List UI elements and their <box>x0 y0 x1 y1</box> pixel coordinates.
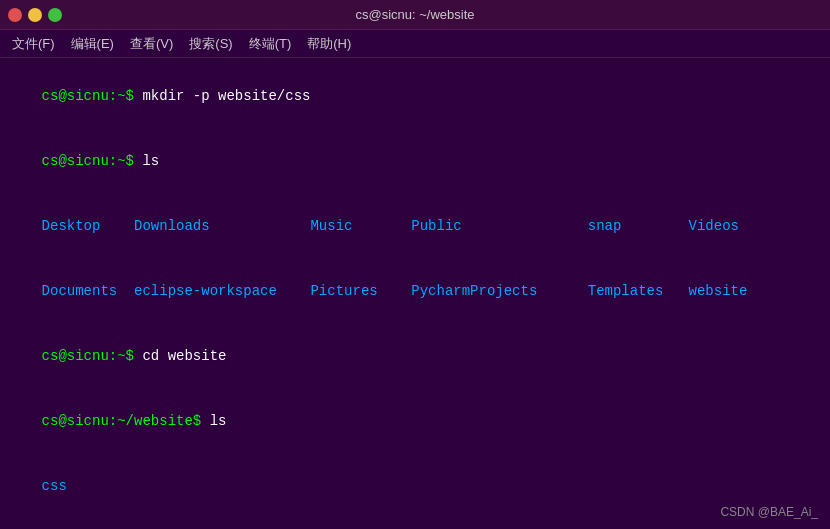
dir-documents: Documents <box>42 283 134 299</box>
maximize-button[interactable] <box>48 8 62 22</box>
menu-terminal[interactable]: 终端(T) <box>241 33 300 55</box>
terminal-line-2: cs@sicnu:~$ ls <box>8 129 822 194</box>
menu-bar: 文件(F) 编辑(E) 查看(V) 搜索(S) 终端(T) 帮助(H) <box>0 30 830 58</box>
dir-pictures: Pictures <box>310 283 411 299</box>
cmd-2: ls <box>142 153 159 169</box>
dir-desktop: Desktop <box>42 218 134 234</box>
prompt-1: cs@sicnu:~$ <box>42 88 143 104</box>
prompt-5: cs@sicnu:~$ <box>42 348 143 364</box>
dir-videos: Videos <box>689 218 739 234</box>
menu-help[interactable]: 帮助(H) <box>299 33 359 55</box>
minimize-button[interactable] <box>28 8 42 22</box>
menu-edit[interactable]: 编辑(E) <box>63 33 122 55</box>
terminal-line-4: Documents eclipse-workspace Pictures Pyc… <box>8 259 822 324</box>
menu-view[interactable]: 查看(V) <box>122 33 181 55</box>
prompt-6: cs@sicnu:~/website$ <box>42 413 210 429</box>
output-css: css <box>42 478 67 494</box>
window-title: cs@sicnu: ~/website <box>355 7 474 22</box>
terminal-line-8: cs@sicnu:~/website$ <box>8 519 822 529</box>
dir-eclipse: eclipse-workspace <box>134 283 310 299</box>
watermark: CSDN @BAE_Ai_ <box>720 505 818 519</box>
prompt-2: cs@sicnu:~$ <box>42 153 143 169</box>
dir-music: Music <box>310 218 411 234</box>
window-controls[interactable] <box>8 8 62 22</box>
dir-website: website <box>689 283 748 299</box>
dir-snap: snap <box>588 218 689 234</box>
terminal-line-3: Desktop Downloads Music Public snap Vide… <box>8 194 822 259</box>
menu-file[interactable]: 文件(F) <box>4 33 63 55</box>
terminal-line-5: cs@sicnu:~$ cd website <box>8 324 822 389</box>
dir-public: Public <box>411 218 587 234</box>
dir-pycharm: PycharmProjects <box>411 283 587 299</box>
title-bar: cs@sicnu: ~/website <box>0 0 830 30</box>
close-button[interactable] <box>8 8 22 22</box>
terminal-line-7: css <box>8 454 822 519</box>
menu-search[interactable]: 搜索(S) <box>181 33 240 55</box>
terminal-line-6: cs@sicnu:~/website$ ls <box>8 389 822 454</box>
cmd-6: ls <box>210 413 227 429</box>
cmd-5: cd website <box>142 348 226 364</box>
dir-downloads: Downloads <box>134 218 310 234</box>
dir-templates: Templates <box>588 283 689 299</box>
terminal-line-1: cs@sicnu:~$ mkdir -p website/css <box>8 64 822 129</box>
terminal-body[interactable]: cs@sicnu:~$ mkdir -p website/css cs@sicn… <box>0 58 830 529</box>
cmd-1: mkdir -p website/css <box>142 88 310 104</box>
